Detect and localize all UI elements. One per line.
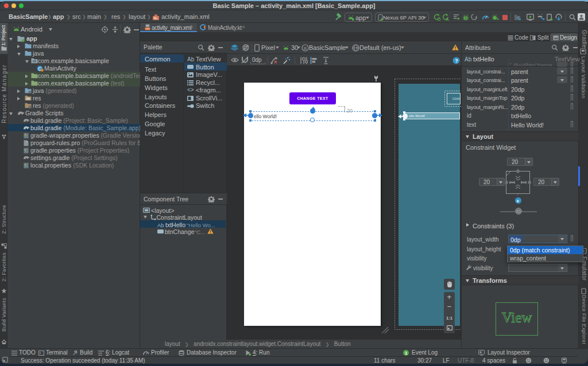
svg-text:?: ?	[455, 58, 458, 64]
svg-text:A: A	[446, 17, 449, 21]
svg-text:B: B	[304, 46, 307, 51]
